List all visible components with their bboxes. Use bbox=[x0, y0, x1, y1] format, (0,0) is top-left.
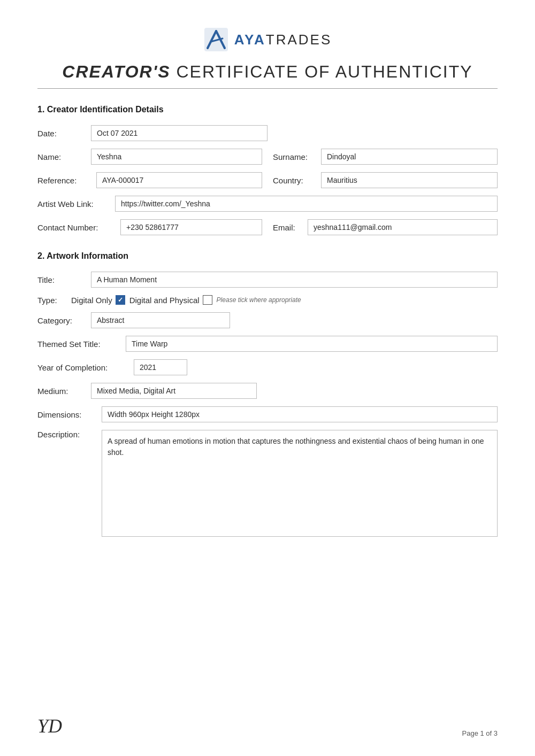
reference-country-row: Reference: AYA-000017 Country: Mauritius bbox=[37, 172, 498, 188]
date-label: Date: bbox=[37, 129, 86, 138]
type-label: Type: bbox=[37, 296, 67, 305]
name-surname-cols: Name: Yeshna Surname: Dindoyal bbox=[37, 149, 498, 165]
tick-note: Please tick where appropriate bbox=[217, 296, 301, 304]
surname-value: Dindoyal bbox=[327, 152, 356, 161]
header: AYATRADES CREATOR'S CERTIFICATE OF AUTHE… bbox=[37, 27, 498, 89]
artwork-title-row: Title: A Human Moment bbox=[37, 272, 498, 288]
medium-value: Mixed Media, Digital Art bbox=[97, 387, 175, 395]
medium-field: Mixed Media, Digital Art bbox=[91, 383, 257, 399]
logo-area: AYATRADES bbox=[37, 27, 498, 52]
contact-label: Contact Number: bbox=[37, 223, 115, 232]
contact-group: Contact Number: +230 52861777 bbox=[37, 219, 262, 235]
signature-initials: YD bbox=[37, 715, 62, 737]
description-row: Description: A spread of human emotions … bbox=[37, 430, 498, 537]
type-option-digital-physical: Digital and Physical bbox=[129, 295, 212, 305]
type-row: Type: Digital Only Digital and Physical … bbox=[37, 295, 498, 305]
surname-label: Surname: bbox=[273, 152, 316, 161]
contact-value: +230 52861777 bbox=[126, 223, 179, 232]
reference-country-cols: Reference: AYA-000017 Country: Mauritius bbox=[37, 172, 498, 188]
section-artwork-information: 2. Artwork Information Title: A Human Mo… bbox=[37, 251, 498, 537]
reference-field: AYA-000017 bbox=[96, 172, 262, 188]
type-option-digital-only: Digital Only bbox=[71, 295, 125, 305]
ayatrades-logo-icon bbox=[203, 27, 229, 52]
checkbox-digital-only[interactable] bbox=[116, 295, 125, 305]
email-group: Email: yeshna111@gmail.com bbox=[273, 219, 498, 235]
name-group: Name: Yeshna bbox=[37, 149, 262, 165]
email-field: yeshna111@gmail.com bbox=[308, 219, 498, 235]
year-value: 2021 bbox=[140, 363, 156, 372]
artwork-title-label: Title: bbox=[37, 275, 86, 284]
description-label: Description: bbox=[37, 430, 96, 439]
type-option2-label: Digital and Physical bbox=[129, 296, 200, 305]
artist-web-row: Artist Web Link: https://twitter.com/_Ye… bbox=[37, 196, 498, 212]
surname-field: Dindoyal bbox=[321, 149, 498, 165]
category-label: Category: bbox=[37, 316, 86, 325]
category-field: Abstract bbox=[91, 312, 230, 328]
themed-set-value: Time Warp bbox=[132, 340, 167, 348]
reference-value: AYA-000017 bbox=[102, 176, 143, 184]
type-option1-label: Digital Only bbox=[71, 296, 112, 305]
country-label: Country: bbox=[273, 176, 316, 185]
themed-set-label: Themed Set Title: bbox=[37, 340, 120, 349]
year-label: Year of Completion: bbox=[37, 363, 128, 372]
contact-email-cols: Contact Number: +230 52861777 Email: yes… bbox=[37, 219, 498, 235]
date-row: Date: Oct 07 2021 bbox=[37, 125, 498, 141]
country-field: Mauritius bbox=[321, 172, 498, 188]
date-field: Oct 07 2021 bbox=[91, 125, 268, 141]
description-value: A spread of human emotions in motion tha… bbox=[108, 437, 484, 457]
page-footer: YD Page 1 of 3 bbox=[37, 715, 498, 737]
year-row: Year of Completion: 2021 bbox=[37, 359, 498, 375]
medium-row: Medium: Mixed Media, Digital Art bbox=[37, 383, 498, 399]
artist-web-value: https://twitter.com/_Yeshna bbox=[121, 199, 210, 208]
section-creator-identification: 1. Creator Identification Details Date: … bbox=[37, 105, 498, 235]
dimensions-row: Dimensions: Width 960px Height 1280px bbox=[37, 406, 498, 422]
page-number: Page 1 of 3 bbox=[462, 729, 498, 737]
artist-web-label: Artist Web Link: bbox=[37, 199, 110, 209]
reference-group: Reference: AYA-000017 bbox=[37, 172, 262, 188]
artwork-title-field: A Human Moment bbox=[91, 272, 498, 288]
certificate-page: AYATRADES CREATOR'S CERTIFICATE OF AUTHE… bbox=[0, 0, 535, 756]
cert-title-bold: CREATOR'S bbox=[62, 62, 170, 81]
description-field: A spread of human emotions in motion tha… bbox=[102, 430, 498, 537]
logo-aya: AYA bbox=[234, 32, 266, 48]
category-value: Abstract bbox=[97, 316, 124, 325]
dimensions-field: Width 960px Height 1280px bbox=[102, 406, 498, 422]
header-divider bbox=[37, 88, 498, 89]
country-group: Country: Mauritius bbox=[273, 172, 498, 188]
email-value: yeshna111@gmail.com bbox=[314, 223, 392, 232]
category-row: Category: Abstract bbox=[37, 312, 498, 328]
contact-field: +230 52861777 bbox=[120, 219, 262, 235]
medium-label: Medium: bbox=[37, 387, 86, 396]
cert-title-rest: CERTIFICATE OF AUTHENTICITY bbox=[171, 62, 473, 81]
logo-text: AYATRADES bbox=[234, 32, 332, 48]
section1-title: 1. Creator Identification Details bbox=[37, 105, 498, 114]
artwork-title-value: A Human Moment bbox=[97, 275, 157, 284]
name-value: Yeshna bbox=[97, 152, 121, 161]
checkbox-digital-physical[interactable] bbox=[203, 295, 212, 305]
cert-title: CREATOR'S CERTIFICATE OF AUTHENTICITY bbox=[37, 62, 498, 82]
dimensions-label: Dimensions: bbox=[37, 410, 96, 419]
section2-title: 2. Artwork Information bbox=[37, 251, 498, 261]
email-label: Email: bbox=[273, 223, 302, 232]
date-value: Oct 07 2021 bbox=[97, 129, 137, 137]
contact-email-row: Contact Number: +230 52861777 Email: yes… bbox=[37, 219, 498, 235]
surname-group: Surname: Dindoyal bbox=[273, 149, 498, 165]
name-field: Yeshna bbox=[91, 149, 262, 165]
country-value: Mauritius bbox=[327, 176, 357, 184]
year-field: 2021 bbox=[134, 359, 187, 375]
themed-set-field: Time Warp bbox=[126, 336, 498, 352]
name-label: Name: bbox=[37, 152, 86, 161]
dimensions-value: Width 960px Height 1280px bbox=[108, 410, 200, 419]
artist-web-field: https://twitter.com/_Yeshna bbox=[115, 196, 498, 212]
reference-label: Reference: bbox=[37, 176, 91, 185]
name-surname-row: Name: Yeshna Surname: Dindoyal bbox=[37, 149, 498, 165]
logo-trades: TRADES bbox=[266, 32, 332, 48]
themed-set-row: Themed Set Title: Time Warp bbox=[37, 336, 498, 352]
